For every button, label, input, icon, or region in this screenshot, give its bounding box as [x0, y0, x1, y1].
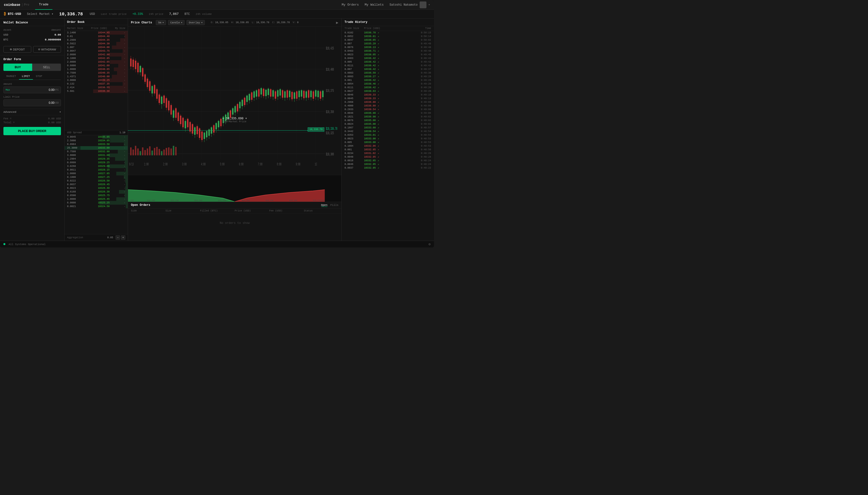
svg-text:2:00: 2:00: [163, 162, 168, 167]
volume-label: 24h volume: [196, 13, 212, 16]
ask-row[interactable]: 0.13210337.35-: [65, 82, 128, 86]
timeframe-dropdown[interactable]: 5m ▾: [156, 20, 166, 25]
buy-button[interactable]: BUY: [3, 64, 32, 71]
my-wallets-link[interactable]: My Wallets: [365, 3, 384, 6]
svg-text:6:00: 6:00: [239, 162, 244, 167]
ask-row[interactable]: 2.000010342.65-: [65, 60, 128, 64]
bid-row[interactable]: 3.000010331.00-: [65, 153, 128, 157]
bid-row[interactable]: 1.000010325.45-: [65, 197, 128, 201]
total-row: Total = 0.00 USD: [3, 121, 61, 124]
bid-row[interactable]: 0.002310326.40-: [65, 186, 128, 190]
overlay-dropdown[interactable]: Overlay ▾: [186, 20, 205, 25]
status-bar: All Systems Operational ⚙: [0, 241, 434, 248]
bid-row[interactable]: 0.100010327.25-: [65, 175, 128, 179]
fills-tab[interactable]: Fills: [330, 204, 339, 207]
table-row: 0.293310339.54 ↗9:49:06: [342, 108, 434, 111]
svg-rect-214: [166, 148, 167, 155]
max-link[interactable]: Max: [5, 89, 10, 91]
table-row: 0.004610332.95 ↗9:48:24: [342, 163, 434, 166]
market-select-button[interactable]: Select Market ▾: [27, 12, 53, 16]
withdraw-button[interactable]: ⊖ WITHDRAW: [33, 46, 61, 53]
ob-col-market-size: Market Size: [67, 27, 83, 30]
ask-row[interactable]: 1.80710344.00-: [65, 46, 128, 49]
bid-row[interactable]: 2.500010334.95-: [65, 139, 128, 142]
system-status: All Systems Operational: [3, 243, 46, 246]
ask-row[interactable]: 2.000010342.90-: [65, 53, 128, 56]
oo-col-size: Size: [166, 209, 200, 212]
bid-row[interactable]: 0.001110328.15-: [65, 168, 128, 172]
deposit-button[interactable]: ⊕ DEPOSIT: [3, 46, 31, 53]
bid-row[interactable]: 0.098410333.50-: [65, 142, 128, 146]
chart-section: Price Charts 5m ▾ Candle ▾ Overlay ▾: [128, 18, 341, 241]
bid-row[interactable]: 1.290410329.35-: [65, 157, 128, 161]
ask-row[interactable]: 1.000010340.65-: [65, 67, 128, 71]
market-pair: ₿ BTC-USD: [4, 12, 21, 16]
svg-rect-68: [168, 101, 169, 110]
bid-row[interactable]: 1.000010327.95-: [65, 172, 128, 175]
total-label: Total =: [3, 121, 15, 124]
bid-row[interactable]: 0.022210326.50-: [65, 179, 128, 183]
svg-rect-199: [130, 148, 132, 155]
bid-row[interactable]: 0.003710326.45-: [65, 183, 128, 186]
ask-row[interactable]: 0.100010342.85-: [65, 56, 128, 60]
ask-row[interactable]: 0.759910340.35-: [65, 71, 128, 75]
svg-rect-200: [132, 150, 134, 155]
svg-text:$10,425: $10,425: [326, 46, 334, 51]
sell-button[interactable]: SELL: [32, 64, 61, 71]
bid-row[interactable]: 3.026810329.00-: [65, 165, 128, 168]
ask-row[interactable]: 1.437110340.00-: [65, 75, 128, 79]
bid-row[interactable]: 0.759910332.90-: [65, 150, 128, 153]
bid-row[interactable]: 0.616810326.30-: [65, 190, 128, 194]
table-row: 0.002710338.63 ↗9:49:20: [342, 89, 434, 93]
trade-tab[interactable]: Trade: [35, 0, 52, 10]
nav-right: My Orders My Wallets Satoshi Nakamoto ▾: [342, 1, 430, 8]
svg-rect-70: [170, 105, 172, 115]
center-main: Order Book Market Size Price (USD) My Si…: [65, 18, 341, 241]
bid-row[interactable]: 0.002110324.50-: [65, 205, 128, 208]
bid-row[interactable]: 0.099910329.25-: [65, 161, 128, 165]
my-orders-link[interactable]: My Orders: [342, 3, 359, 6]
ask-row[interactable]: 2.41410336.55-: [65, 86, 128, 89]
agg-increase-button[interactable]: +: [121, 235, 125, 240]
ask-row[interactable]: 3.140010344.45-: [65, 31, 128, 35]
place-order-button[interactable]: PLACE BUY ORDER: [3, 127, 61, 135]
user-menu[interactable]: Satoshi Nakamoto ▾: [390, 1, 430, 8]
chart-expand-icon[interactable]: ▶: [336, 20, 339, 25]
svg-rect-42: [137, 63, 139, 72]
svg-rect-120: [230, 110, 231, 118]
status-text: All Systems Operational: [9, 243, 46, 246]
agg-decrease-button[interactable]: −: [116, 235, 120, 240]
ask-row[interactable]: 0.299910344.35-: [65, 38, 128, 42]
bid-row[interactable]: 0.050010325.75-: [65, 194, 128, 197]
svg-rect-154: [270, 89, 272, 97]
limit-price-input[interactable]: [5, 101, 54, 104]
svg-rect-144: [258, 89, 260, 97]
stop-tab[interactable]: STOP: [33, 73, 45, 80]
ask-row[interactable]: 0.0110344.40-: [65, 35, 128, 38]
limit-tab[interactable]: LIMIT: [19, 73, 33, 80]
bid-row[interactable]: 6.000010325.25-: [65, 201, 128, 205]
advanced-row[interactable]: Advanced ▾: [3, 109, 61, 115]
open-tab[interactable]: Open: [321, 204, 327, 207]
limit-price-label: Limit Price: [3, 96, 61, 98]
ask-row[interactable]: 0.004710343.75-: [65, 49, 128, 53]
bid-row[interactable]: 25.300010333.00-: [65, 146, 128, 150]
amount-input[interactable]: [12, 88, 54, 91]
svg-rect-54: [151, 86, 153, 93]
ask-row[interactable]: 0.600010341.80-: [65, 64, 128, 67]
bid-row[interactable]: 4.004510335.05-: [65, 135, 128, 139]
ask-row[interactable]: 5.60110336.30-: [65, 89, 128, 93]
chart-type-dropdown[interactable]: Candle ▾: [168, 20, 184, 25]
price-label: Last trade price: [101, 13, 127, 16]
svg-rect-44: [140, 66, 141, 72]
svg-rect-46: [142, 68, 143, 76]
svg-rect-98: [203, 133, 205, 139]
svg-rect-204: [142, 148, 143, 155]
svg-rect-102: [209, 129, 210, 136]
ask-row[interactable]: 0.592210344.30-: [65, 42, 128, 46]
table-row: 0.00510333.00 ↗9:48:53: [342, 140, 434, 144]
ask-row[interactable]: 3.000010339.25-: [65, 79, 128, 82]
aggregation-row: Aggregation 0.05 − +: [65, 234, 128, 241]
settings-icon[interactable]: ⚙: [429, 242, 430, 246]
market-tab[interactable]: MARKET: [3, 73, 19, 80]
